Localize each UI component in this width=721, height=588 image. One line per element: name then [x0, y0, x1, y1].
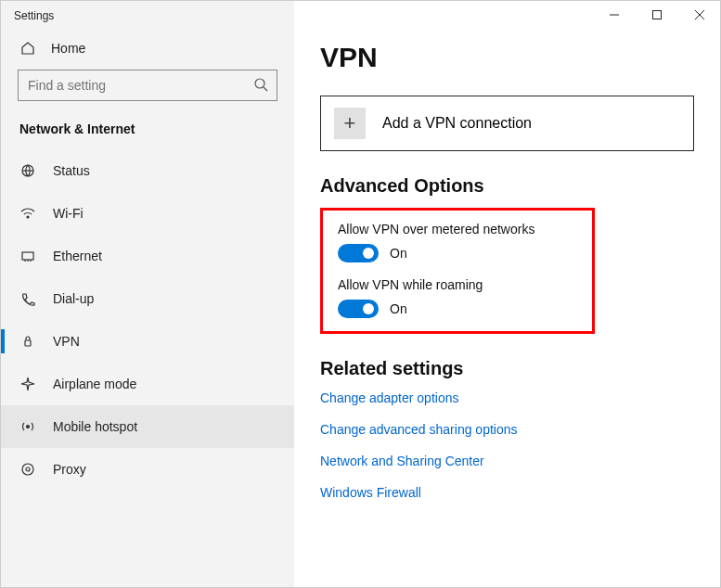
- window-title: Settings: [1, 1, 294, 31]
- proxy-icon: [19, 461, 36, 478]
- minimize-button[interactable]: [593, 1, 636, 30]
- add-vpn-label: Add a VPN connection: [382, 115, 532, 132]
- svg-rect-9: [25, 340, 31, 346]
- sidebar-item-ethernet[interactable]: Ethernet: [1, 235, 294, 277]
- sidebar-item-label: VPN: [53, 334, 80, 349]
- svg-rect-14: [653, 11, 662, 19]
- toggle-roaming-label: Allow VPN while roaming: [338, 277, 577, 292]
- svg-point-12: [26, 467, 30, 471]
- svg-line-1: [264, 87, 267, 91]
- sidebar-item-label: Proxy: [53, 462, 86, 477]
- link-sharing[interactable]: Change advanced sharing options: [320, 422, 694, 437]
- toggle-metered-label: Allow VPN over metered networks: [338, 222, 577, 236]
- airplane-icon: [19, 376, 36, 392]
- main-content: VPN + Add a VPN connection Advanced Opti…: [294, 1, 720, 587]
- sidebar-item-hotspot[interactable]: Mobile hotspot: [1, 405, 294, 448]
- advanced-heading: Advanced Options: [320, 175, 694, 197]
- page-title: VPN: [320, 42, 694, 73]
- sidebar-item-label: Dial-up: [53, 291, 94, 306]
- sidebar-item-label: Ethernet: [53, 249, 102, 263]
- svg-point-11: [22, 464, 33, 475]
- link-firewall[interactable]: Windows Firewall: [320, 485, 694, 500]
- link-center[interactable]: Network and Sharing Center: [320, 454, 694, 468]
- add-vpn-button[interactable]: + Add a VPN connection: [320, 96, 694, 151]
- sidebar-item-label: Mobile hotspot: [53, 419, 137, 434]
- plus-icon: +: [334, 108, 366, 139]
- search-input[interactable]: [18, 70, 277, 101]
- sidebar-item-dialup[interactable]: Dial-up: [1, 277, 294, 320]
- svg-point-0: [255, 79, 264, 88]
- home-nav[interactable]: Home: [1, 31, 294, 70]
- sidebar-item-label: Wi-Fi: [53, 206, 84, 221]
- sidebar-item-label: Airplane mode: [53, 377, 136, 391]
- svg-rect-5: [22, 252, 33, 260]
- home-label: Home: [51, 41, 85, 56]
- hotspot-icon: [19, 418, 36, 435]
- dialup-icon: [19, 290, 36, 307]
- toggle-metered[interactable]: [338, 244, 379, 262]
- related-heading: Related settings: [320, 358, 694, 379]
- sidebar-item-airplane[interactable]: Airplane mode: [1, 363, 294, 405]
- wifi-icon: [19, 205, 36, 222]
- search-icon: [253, 77, 268, 96]
- sidebar-item-label: Status: [53, 163, 90, 178]
- sidebar-section-title: Network & Internet: [1, 118, 294, 149]
- advanced-options-highlight: Allow VPN over metered networks On Allow…: [320, 208, 595, 334]
- toggle-metered-state: On: [390, 246, 407, 261]
- vpn-icon: [19, 333, 36, 350]
- maximize-button[interactable]: [636, 1, 678, 30]
- link-adapter[interactable]: Change adapter options: [320, 390, 694, 405]
- svg-point-4: [27, 216, 29, 218]
- toggle-roaming-state: On: [390, 301, 407, 316]
- ethernet-icon: [19, 248, 36, 264]
- status-icon: [19, 162, 36, 179]
- svg-point-10: [27, 426, 30, 428]
- sidebar-item-status[interactable]: Status: [1, 149, 294, 192]
- sidebar: Settings Home Network & Internet Status: [1, 1, 294, 587]
- home-icon: [19, 40, 36, 57]
- toggle-roaming[interactable]: [338, 300, 379, 318]
- sidebar-item-wifi[interactable]: Wi-Fi: [1, 192, 294, 235]
- close-button[interactable]: [678, 1, 720, 30]
- sidebar-item-proxy[interactable]: Proxy: [1, 448, 294, 491]
- sidebar-item-vpn[interactable]: VPN: [1, 320, 294, 363]
